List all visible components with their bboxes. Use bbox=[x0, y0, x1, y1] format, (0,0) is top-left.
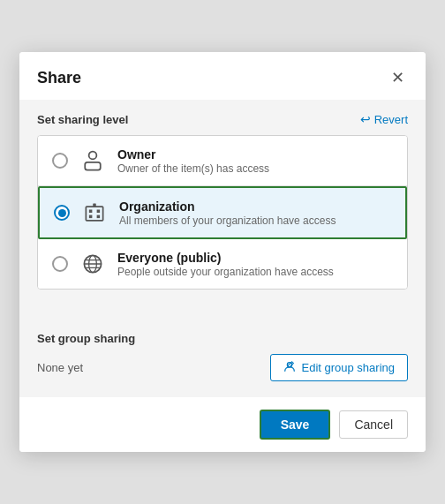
group-section-label: Set group sharing bbox=[37, 332, 408, 345]
dialog-footer: Save Cancel bbox=[19, 397, 426, 452]
organization-text: Organization All members of your organiz… bbox=[119, 199, 391, 227]
radio-organization[interactable] bbox=[54, 205, 70, 221]
svg-rect-7 bbox=[93, 204, 96, 207]
dialog-header: Share ✕ bbox=[19, 52, 426, 100]
svg-rect-6 bbox=[97, 215, 101, 219]
radio-everyone[interactable] bbox=[52, 256, 68, 272]
section-divider bbox=[19, 305, 426, 320]
edit-group-label: Edit group sharing bbox=[301, 361, 395, 374]
organization-desc: All members of your organization have ac… bbox=[119, 214, 391, 227]
radio-owner[interactable] bbox=[52, 153, 68, 169]
edit-group-icon bbox=[283, 360, 296, 375]
group-sharing-section: Set group sharing None yet Edit group sh… bbox=[19, 320, 426, 397]
owner-name: Owner bbox=[117, 147, 393, 162]
cancel-button[interactable]: Cancel bbox=[339, 410, 408, 439]
svg-rect-0 bbox=[89, 152, 97, 160]
organization-name: Organization bbox=[119, 199, 391, 214]
sharing-options-list: Owner Owner of the item(s) has access bbox=[37, 135, 408, 290]
close-icon: ✕ bbox=[391, 69, 404, 87]
globe-icon bbox=[79, 250, 107, 278]
radio-inner bbox=[58, 209, 66, 217]
close-button[interactable]: ✕ bbox=[388, 68, 408, 87]
person-icon bbox=[79, 147, 107, 175]
revert-label: Revert bbox=[374, 113, 408, 126]
edit-group-button[interactable]: Edit group sharing bbox=[270, 354, 408, 381]
owner-text: Owner Owner of the item(s) has access bbox=[117, 147, 393, 175]
svg-rect-1 bbox=[85, 162, 101, 170]
owner-desc: Owner of the item(s) has access bbox=[117, 162, 393, 175]
option-everyone[interactable]: Everyone (public) People outside your or… bbox=[38, 239, 407, 289]
svg-rect-4 bbox=[97, 210, 101, 214]
everyone-text: Everyone (public) People outside your or… bbox=[117, 251, 393, 278]
svg-rect-5 bbox=[89, 215, 93, 219]
none-yet-label: None yet bbox=[37, 361, 83, 374]
section-label: Set sharing level bbox=[37, 113, 128, 126]
everyone-name: Everyone (public) bbox=[117, 251, 393, 265]
section-header: Set sharing level ↩ Revert bbox=[37, 112, 408, 126]
org-icon bbox=[80, 199, 109, 227]
revert-button[interactable]: ↩ Revert bbox=[360, 112, 408, 126]
everyone-desc: People outside your organization have ac… bbox=[117, 266, 393, 278]
option-organization[interactable]: Organization All members of your organiz… bbox=[38, 186, 407, 239]
revert-icon: ↩ bbox=[360, 112, 371, 126]
save-button[interactable]: Save bbox=[260, 410, 331, 440]
svg-rect-3 bbox=[89, 210, 93, 214]
dialog-title: Share bbox=[37, 69, 81, 87]
option-owner[interactable]: Owner Owner of the item(s) has access bbox=[38, 136, 407, 186]
sharing-level-section: Set sharing level ↩ Revert Owner Owner o bbox=[19, 100, 426, 305]
share-dialog: Share ✕ Set sharing level ↩ Revert bbox=[19, 52, 426, 452]
svg-rect-2 bbox=[86, 207, 102, 221]
group-row: None yet Edit group sharing bbox=[37, 354, 408, 381]
